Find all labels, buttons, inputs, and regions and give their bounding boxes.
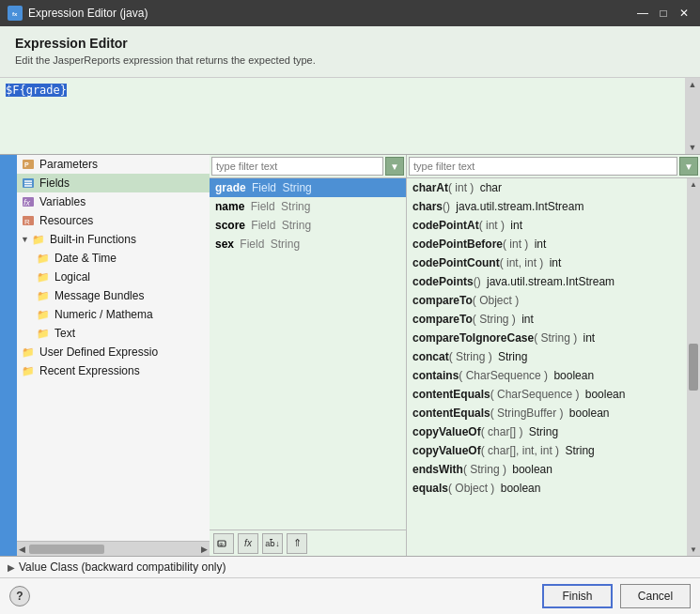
methods-filter-input[interactable] <box>409 157 677 176</box>
methods-scroll-thumb[interactable] <box>689 344 698 391</box>
tree-item-variables-label: Variables <box>39 195 86 208</box>
svg-text:R: R <box>24 218 30 226</box>
text-folder-icon: 📁 <box>36 326 51 341</box>
tree-item-fields[interactable]: Fields <box>17 174 210 192</box>
fields-toolbar: ⊕ fx aƀ↓ ⇑ <box>210 530 406 556</box>
method-item-codePoints[interactable]: codePoints() java.util.stream.IntStream <box>407 272 700 291</box>
method-item-copyValueOf1[interactable]: copyValueOf( char[] ) String <box>407 422 700 441</box>
method-item-codePointBefore[interactable]: codePointBefore( int ) int <box>407 235 700 253</box>
method-item-copyValueOf2[interactable]: copyValueOf( char[], int, int ) String <box>407 441 700 460</box>
fields-filter-button[interactable]: ▼ <box>385 157 404 176</box>
tree-hscroll[interactable]: ◀ ▶ <box>17 541 210 556</box>
value-class-label: Value Class (backward compatibility only… <box>19 560 226 574</box>
tree-item-logical-label: Logical <box>54 270 90 284</box>
dialog-description: Edit the JasperReports expression that r… <box>15 54 685 66</box>
title-bar-left: fx Expression Editor (java) <box>8 6 148 21</box>
button-bar: ? Finish Cancel <box>0 578 700 614</box>
method-item-chars[interactable]: chars() java.util.stream.IntStream <box>407 197 700 216</box>
tree-scroll-area: P Parameters <box>17 155 210 541</box>
tree-item-logical[interactable]: 📁 Logical <box>17 268 210 286</box>
tree-item-parameters-label: Parameters <box>39 158 98 171</box>
methods-scrollbar[interactable]: ▲ ▼ <box>687 178 700 556</box>
method-item-contentEquals1[interactable]: contentEquals( CharSequence ) boolean <box>407 385 700 404</box>
formula-button[interactable]: fx <box>238 533 258 554</box>
field-sex-name: sex <box>215 238 234 251</box>
help-button[interactable]: ? <box>9 586 30 606</box>
main-panels: P Parameters <box>0 155 700 556</box>
tree-item-userdefined[interactable]: 📁 User Defined Expressio <box>17 343 210 361</box>
params-icon: P <box>21 157 36 172</box>
field-grade-name: grade <box>215 181 246 194</box>
dialog-heading: Expression Editor <box>15 36 685 51</box>
resources-icon: R <box>21 213 36 228</box>
tree-item-builtin[interactable]: ▼ 📁 Built-in Functions <box>17 230 210 249</box>
tree-panel-wrapper: P Parameters <box>17 155 210 556</box>
method-item-equals[interactable]: equals( Object ) boolean <box>407 479 700 498</box>
value-class-expand-icon: ▶ <box>8 562 15 573</box>
tree-item-numeric[interactable]: 📁 Numeric / Mathema <box>17 305 210 324</box>
tree-item-resources[interactable]: R Resources <box>17 211 210 230</box>
tree-item-datetime-label: Date & Time <box>54 252 117 265</box>
method-item-compareTo1[interactable]: compareTo( Object ) <box>407 291 700 310</box>
method-list: charAt( int ) char chars() java.util.str… <box>407 178 700 556</box>
tree-item-recent-label: Recent Expressions <box>39 364 140 377</box>
cancel-button[interactable]: Cancel <box>620 584 691 608</box>
userdefined-folder-icon: 📁 <box>21 345 36 360</box>
expression-input[interactable]: $F{grade} <box>4 82 696 147</box>
tree-panel: P Parameters <box>17 155 210 541</box>
tree-item-parameters[interactable]: P Parameters <box>17 155 210 174</box>
svg-text:fx: fx <box>23 198 31 207</box>
field-sex-datatype: String <box>271 238 300 251</box>
method-item-codePointAt[interactable]: codePointAt( int ) int <box>407 216 700 235</box>
method-item-codePointCount[interactable]: codePointCount( int, int ) int <box>407 253 700 272</box>
method-item-contains[interactable]: contains( CharSequence ) boolean <box>407 366 700 385</box>
header-section: Expression Editor Edit the JasperReports… <box>0 26 700 78</box>
minimize-button[interactable]: — <box>634 5 651 22</box>
numeric-folder-icon: 📁 <box>36 307 51 322</box>
maximize-button[interactable]: □ <box>655 5 672 22</box>
finish-button[interactable]: Finish <box>542 584 613 608</box>
method-item-concat[interactable]: concat( String ) String <box>407 347 700 366</box>
field-item-name[interactable]: name Field String <box>210 197 406 216</box>
field-name-type: Field <box>247 200 278 213</box>
datetime-folder-icon: 📁 <box>36 251 51 266</box>
tree-item-recent[interactable]: 📁 Recent Expressions <box>17 361 210 380</box>
method-item-charAt[interactable]: charAt( int ) char <box>407 178 700 197</box>
fields-panel: ▼ grade Field String name Field String s… <box>210 155 407 556</box>
fields-icon <box>21 176 36 191</box>
tree-item-messagebundles-label: Message Bundles <box>54 289 144 302</box>
window-controls[interactable]: — □ ✕ <box>634 5 692 22</box>
tree-item-variables[interactable]: fx Variables <box>17 192 210 211</box>
svg-text:⊕: ⊕ <box>219 542 224 547</box>
left-edge-indicator <box>0 155 17 556</box>
move-up-button[interactable]: ⇑ <box>287 533 307 554</box>
app-icon: fx <box>8 6 23 21</box>
tree-item-builtin-label: Built-in Functions <box>50 233 136 246</box>
close-button[interactable]: ✕ <box>676 5 692 22</box>
field-sex-type: Field <box>237 238 268 251</box>
field-score-datatype: String <box>282 219 311 232</box>
field-item-sex[interactable]: sex Field String <box>210 235 406 253</box>
method-item-endsWith[interactable]: endsWith( String ) boolean <box>407 460 700 479</box>
methods-filter-button[interactable]: ▼ <box>679 157 698 176</box>
value-class-row[interactable]: ▶ Value Class (backward compatibility on… <box>0 557 700 578</box>
field-item-grade[interactable]: grade Field String <box>210 178 406 197</box>
method-item-contentEquals2[interactable]: contentEquals( StringBuffer ) boolean <box>407 404 700 422</box>
expression-scrollbar[interactable]: ▲ ▼ <box>685 78 700 154</box>
builtin-chevron: ▼ <box>21 235 29 244</box>
field-name-name: name <box>215 200 244 213</box>
tree-item-text[interactable]: 📁 Text <box>17 324 210 343</box>
methods-panel: ▼ charAt( int ) char chars() java.util.s… <box>407 155 700 556</box>
tree-hscroll-thumb[interactable] <box>29 545 104 554</box>
method-item-compareToIgnoreCase[interactable]: compareToIgnoreCase( String ) int <box>407 329 700 347</box>
sort-button[interactable]: aƀ↓ <box>262 533 283 554</box>
tree-item-datetime[interactable]: 📁 Date & Time <box>17 249 210 268</box>
fields-filter-input[interactable] <box>211 157 383 176</box>
field-score-name: score <box>215 219 245 232</box>
insert-expression-button[interactable]: ⊕ <box>213 533 234 554</box>
tree-item-text-label: Text <box>54 327 75 340</box>
fields-filter-bar: ▼ <box>210 155 406 178</box>
field-item-score[interactable]: score Field String <box>210 216 406 235</box>
tree-item-messagebundles[interactable]: 📁 Message Bundles <box>17 286 210 305</box>
method-item-compareTo2[interactable]: compareTo( String ) int <box>407 310 700 329</box>
